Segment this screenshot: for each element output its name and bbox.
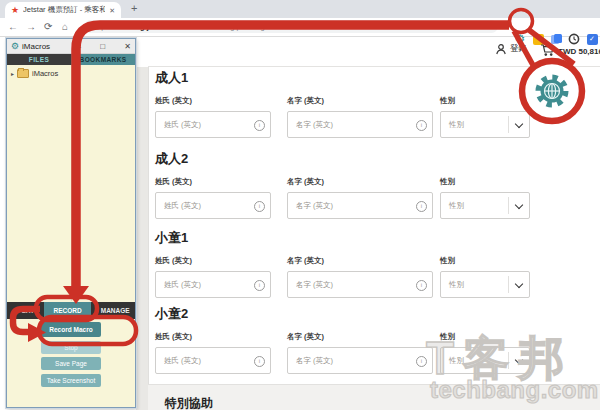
gender-select[interactable]: 性別 [440,192,530,219]
gender-value: 性別 [449,348,464,373]
special-assistance-heading: 特別協助 [165,395,213,410]
last-name-field[interactable] [155,192,271,219]
history-extension-icon[interactable] [568,33,580,45]
first-name-input[interactable] [288,112,432,137]
tab-record[interactable]: RECORD [44,302,92,319]
address-bar[interactable]: https://booking.jetstar.com/tw/zh/bookin… [84,20,498,33]
section-child-2: 小童2 姓氏 (英文) 名字 (英文) 性別 性別 [155,307,595,374]
last-name-field[interactable] [155,347,271,374]
info-icon [416,201,427,212]
stop-button[interactable]: Stop [41,341,101,354]
record-macro-button[interactable]: Record Macro [41,322,101,337]
imacros-window: ⚙ iMacros — □ ✕ FILES BOOKMARKS ▸ iMacro… [6,38,136,408]
minimize-icon[interactable]: — [73,42,81,51]
info-icon [416,356,427,367]
gender-label: 性別 [440,177,530,187]
last-name-input[interactable] [156,193,270,218]
gender-value: 性別 [449,112,464,137]
first-name-input[interactable] [288,193,432,218]
first-name-field[interactable] [287,111,433,138]
section-adult-2: 成人2 姓氏 (英文) 名字 (英文) 性別 性別 [155,152,595,219]
first-name-label: 名字 (英文) [287,256,433,266]
tab-play[interactable]: PLAY [11,307,41,314]
tab-title: Jetstar 機票預訂 - 乘客和聯絡方 [23,5,105,15]
take-screenshot-button[interactable]: Take Screenshot [41,374,101,387]
last-name-input[interactable] [156,348,270,373]
reload-icon[interactable]: ⟳ [44,21,52,33]
form-left-edge [148,67,149,410]
imacros-file-tree: ▸ iMacros [7,65,135,301]
browser-tab[interactable]: ★ Jetstar 機票預訂 - 乘客和聯絡方 ✕ [5,2,121,18]
select-divider [508,276,509,293]
section-adult-1: 成人1 姓氏 (英文) 名字 (英文) 性別 性別 [155,71,595,138]
tab-files[interactable]: FILES [7,54,71,65]
info-icon [416,280,427,291]
check-icon: ✓ [587,34,598,45]
info-icon [254,356,265,367]
last-name-input[interactable] [156,272,270,297]
section-heading: 小童2 [155,307,595,321]
clock-icon [568,33,580,45]
url-domain: booking.jetstar.com [116,22,187,31]
gender-select[interactable]: 性別 [440,271,530,298]
forward-icon[interactable]: → [26,21,36,33]
page-background-strip [136,67,148,410]
chevron-down-icon [515,120,523,128]
tree-item-imacros[interactable]: ▸ iMacros [11,69,58,78]
total-price: TWD 50,81602 [558,45,600,56]
first-name-label: 名字 (英文) [287,177,433,187]
chevron-down-icon [515,280,523,288]
first-name-field[interactable] [287,347,433,374]
expand-icon[interactable]: ▸ [11,71,14,77]
imacros-gear-icon: ⚙ [11,42,19,51]
imacros-titlebar[interactable]: ⚙ iMacros — □ ✕ [7,39,135,54]
tab-close-icon[interactable]: ✕ [109,7,115,14]
info-icon [416,120,427,131]
first-name-label: 名字 (英文) [287,332,433,342]
cart-button[interactable] [540,43,556,61]
gender-label: 性別 [440,332,530,342]
select-divider [508,197,509,214]
last-name-field[interactable] [155,111,271,138]
last-name-field[interactable] [155,271,271,298]
first-name-input[interactable] [288,272,432,297]
new-tab-button[interactable]: + [131,2,137,14]
last-name-input[interactable] [156,112,270,137]
save-page-button[interactable]: Save Page [41,357,101,370]
cart-icon [540,43,556,57]
maximize-icon[interactable]: □ [100,42,105,51]
url-path: /tw/zh/booking/passengers [186,22,275,31]
imacros-window-title: iMacros [22,42,50,51]
browser-tab-strip: ★ Jetstar 機票預訂 - 乘客和聯絡方 ✕ + [0,0,600,18]
header-divider [148,66,600,67]
check-extension-icon[interactable]: ✓ [586,33,598,45]
special-assistance-band: 特別協助 [148,384,600,410]
first-name-field[interactable] [287,192,433,219]
section-child-1: 小童1 姓氏 (英文) 名字 (英文) 性別 性別 [155,231,595,298]
gender-label: 性別 [440,96,530,106]
tab-bookmarks[interactable]: BOOKMARKS [71,54,135,65]
first-name-field[interactable] [287,271,433,298]
gender-select[interactable]: 性別 [440,111,530,138]
chevron-down-icon [515,201,523,209]
back-icon[interactable]: ← [8,21,18,33]
login-label: 登錄 [510,43,527,55]
first-name-input[interactable] [288,348,432,373]
folder-icon [17,69,29,78]
gender-value: 性別 [449,272,464,297]
last-name-label: 姓氏 (英文) [155,256,271,266]
home-icon[interactable]: ⌂ [62,21,68,33]
section-heading: 成人2 [155,152,595,166]
url-prefix: https:// [93,22,116,31]
gender-select[interactable]: 性別 [440,347,530,374]
login-button[interactable]: 登錄 [495,43,527,55]
info-icon [254,120,265,131]
info-icon [254,201,265,212]
last-name-label: 姓氏 (英文) [155,96,271,106]
info-icon [254,280,265,291]
close-icon[interactable]: ✕ [124,42,131,51]
last-name-label: 姓氏 (英文) [155,177,271,187]
tab-manage[interactable]: MANAGE [95,307,135,314]
first-name-label: 名字 (英文) [287,96,433,106]
gender-value: 性別 [449,193,464,218]
